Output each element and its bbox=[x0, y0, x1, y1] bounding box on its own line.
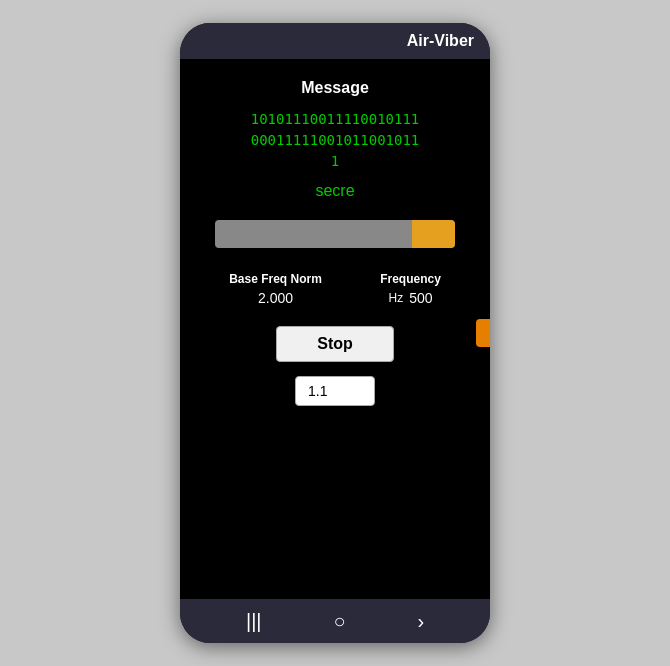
frequency-label: Frequency bbox=[380, 272, 441, 286]
home-icon[interactable]: ○ bbox=[333, 610, 345, 633]
binary-line3: 1 bbox=[251, 151, 420, 172]
hz-unit: Hz bbox=[388, 291, 403, 305]
base-freq-label: Base Freq Norm bbox=[229, 272, 322, 286]
back-icon[interactable]: › bbox=[417, 610, 424, 633]
binary-display: 10101110011110010111 0001111100101100101… bbox=[251, 109, 420, 172]
frequency-group: Frequency Hz 500 bbox=[380, 272, 441, 306]
progress-bar-container bbox=[215, 220, 455, 248]
binary-line2: 00011111001011001011 bbox=[251, 130, 420, 151]
secret-text: secre bbox=[315, 182, 354, 200]
message-label: Message bbox=[301, 79, 369, 97]
binary-line1: 10101110011110010111 bbox=[251, 109, 420, 130]
phone-container: Air-Viber Message 10101110011110010111 0… bbox=[180, 23, 490, 643]
progress-bar-fill bbox=[412, 220, 455, 248]
menu-icon[interactable]: ||| bbox=[246, 610, 262, 633]
frequency-section: Base Freq Norm 2.000 Frequency Hz 500 bbox=[200, 272, 470, 306]
app-title: Air-Viber bbox=[407, 32, 474, 50]
side-button[interactable] bbox=[476, 319, 490, 347]
app-content: Message 10101110011110010111 00011111001… bbox=[180, 59, 490, 599]
value-input[interactable] bbox=[295, 376, 375, 406]
stop-button[interactable]: Stop bbox=[276, 326, 394, 362]
nav-bar: ||| ○ › bbox=[180, 599, 490, 643]
base-freq-group: Base Freq Norm 2.000 bbox=[229, 272, 322, 306]
status-bar: Air-Viber bbox=[180, 23, 490, 59]
hz-row: Hz 500 bbox=[388, 290, 432, 306]
base-freq-value: 2.000 bbox=[258, 290, 293, 306]
hz-value: 500 bbox=[409, 290, 432, 306]
